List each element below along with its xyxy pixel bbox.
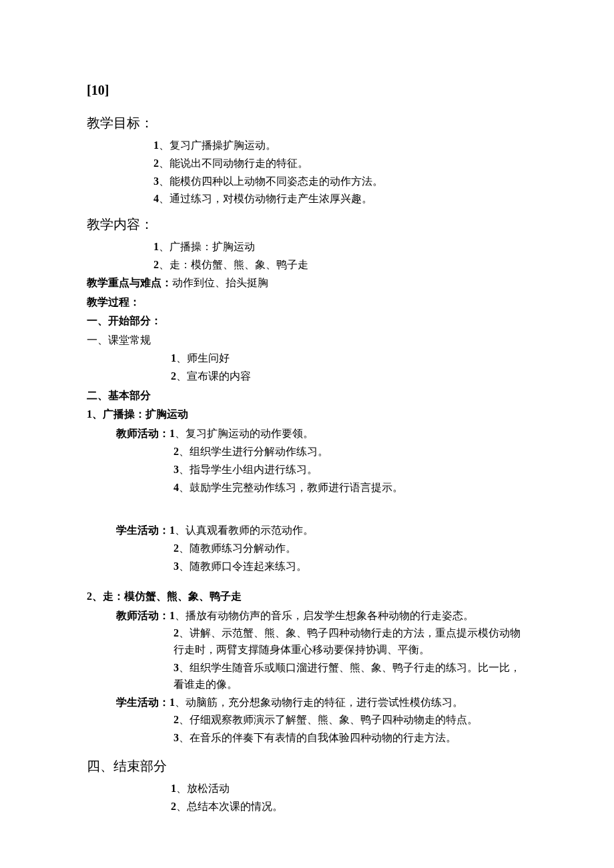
list-item: 3、在音乐的伴奏下有表情的自我体验四种动物的行走方法。 [174,730,527,747]
list-item: 4、通过练习，对模仿动物行走产生浓厚兴趣。 [154,191,527,207]
part1-items: 1、师生问好 2、宣布课的内容 [171,350,527,385]
list-item: 1、师生问好 [171,350,527,367]
part4-title: 四、结束部分 [87,756,527,777]
text: 、广播操：扩胸运动 [92,408,188,420]
student-activity-1-cont: 2、随教师练习分解动作。 3、随教师口令连起来练习。 [174,540,527,575]
text: 广播操：扩胸运动 [170,241,255,252]
list-item: 2、随教师练习分解动作。 [174,540,527,557]
text: 组织学生随音乐或顺口溜进行蟹、熊、象、鸭子行走的练习。比一比，看谁走的像。 [174,662,521,690]
list-item: 3、组织学生随音乐或顺口溜进行蟹、熊、象、鸭子行走的练习。比一比，看谁走的像。 [174,660,527,693]
list-item: 3、随教师口令连起来练习。 [174,558,527,575]
text: 复习扩胸运动的动作要领。 [186,428,314,439]
list-item: 2、讲解、示范蟹、熊、象、鸭子四种动物行走的方法，重点提示模仿动物行走时，两臂支… [174,625,527,659]
key-text: 动作到位、抬头挺胸 [172,277,268,288]
text: 鼓励学生完整动作练习，教师进行语言提示。 [190,482,403,493]
student-activity-2-cont: 2、仔细观察教师演示了解蟹、熊、象、鸭子四种动物走的特点。 3、在音乐的伴奏下有… [174,712,527,747]
key-points: 教学重点与难点：动作到位、抬头挺胸 [87,275,527,292]
list-item: 3、能模仿四种以上动物不同姿态走的动作方法。 [154,173,527,190]
list-item: 1、放松活动 [171,781,527,797]
list-item: 2、仔细观察教师演示了解蟹、熊、象、鸭子四种动物走的特点。 [174,712,527,729]
teacher-activity-2-cont: 2、讲解、示范蟹、熊、象、鸭子四种动物行走的方法，重点提示模仿动物行走时，两臂支… [174,625,527,693]
text: 组织学生进行分解动作练习。 [190,446,328,457]
list-item: 3、指导学生小组内进行练习。 [174,462,527,478]
list-item: 1、广播操：扩胸运动 [154,239,527,256]
part2-sub2-title: 2、走：模仿蟹、熊、象、鸭子走 [87,588,527,605]
text: 指导学生小组内进行练习。 [190,464,318,475]
content-title: 教学内容： [87,214,527,235]
text: 走：模仿蟹、熊、象、鸭子走 [170,259,308,270]
text: 认真观看教师的示范动作。 [186,524,314,536]
text: 总结本次课的情况。 [187,801,283,812]
list-item: 4、鼓励学生完整动作练习，教师进行语言提示。 [174,480,527,496]
list-item: 2、组织学生进行分解动作练习。 [174,444,527,460]
key-label: 教学重点与难点： [87,277,172,288]
text: 在音乐的伴奏下有表情的自我体验四种动物的行走方法。 [190,732,456,743]
lesson-number: [10] [87,80,527,101]
text: 复习广播操扩胸运动。 [170,139,276,151]
objectives-list: 1、复习广播操扩胸运动。 2、能说出不同动物行走的特征。 3、能模仿四种以上动物… [154,137,527,207]
student-activity-2: 学生活动：1、动脑筋，充分想象动物行走的特征，进行尝试性模仿练习。 [116,695,527,711]
objectives-title: 教学目标： [87,113,527,133]
part1-sub-label: 一、课堂常规 [87,332,527,349]
text: 随教师练习分解动作。 [190,542,296,554]
text: 讲解、示范蟹、熊、象、鸭子四种动物行走的方法，重点提示模仿动物行走时，两臂支撑随… [174,627,521,655]
teacher-label: 教师活动： [116,610,170,621]
teacher-label: 教师活动： [116,428,170,439]
text: 能模仿四种以上动物不同姿态走的动作方法。 [170,175,383,187]
text: 师生问好 [187,352,230,364]
teacher-activity-1: 教师活动：1、复习扩胸运动的动作要领。 [116,426,527,442]
part2-sub1-title: 1、广播操：扩胸运动 [87,406,527,423]
process-label: 教学过程： [87,294,527,311]
list-item: 2、总结本次课的情况。 [171,799,527,815]
text: 放松活动 [187,783,230,794]
teacher-activity-1-cont: 2、组织学生进行分解动作练习。 3、指导学生小组内进行练习。 4、鼓励学生完整动… [174,444,527,496]
text: 能说出不同动物行走的特征。 [170,157,308,169]
list-item: 2、走：模仿蟹、熊、象、鸭子走 [154,257,527,274]
part2-title: 二、基本部分 [87,388,527,404]
num: 1 [87,408,92,420]
teacher-activity-2: 教师活动：1、播放有动物仿声的音乐，启发学生想象各种动物的行走姿态。 [116,608,527,624]
content-list: 1、广播操：扩胸运动 2、走：模仿蟹、熊、象、鸭子走 [154,239,527,274]
text: 、走：模仿蟹、熊、象、鸭子走 [92,590,242,602]
text: 宣布课的内容 [187,370,251,382]
part4-items: 1、放松活动 2、总结本次课的情况。 [171,781,527,815]
text: 仔细观察教师演示了解蟹、熊、象、鸭子四种动物走的特点。 [190,714,478,725]
student-label: 学生活动： [116,697,170,708]
list-item: 2、能说出不同动物行走的特征。 [154,155,527,172]
list-item: 2、宣布课的内容 [171,368,527,385]
text: 动脑筋，充分想象动物行走的特征，进行尝试性模仿练习。 [186,697,463,708]
text: 通过练习，对模仿动物行走产生浓厚兴趣。 [170,193,372,204]
num: 2 [87,590,92,602]
student-activity-1: 学生活动：1、认真观看教师的示范动作。 [116,522,527,539]
list-item: 1、复习广播操扩胸运动。 [154,137,527,154]
text: 随教师口令连起来练习。 [190,560,307,572]
text: 播放有动物仿声的音乐，启发学生想象各种动物的行走姿态。 [186,610,474,621]
part1-title: 一、开始部分： [87,313,527,330]
student-label: 学生活动： [116,524,170,536]
